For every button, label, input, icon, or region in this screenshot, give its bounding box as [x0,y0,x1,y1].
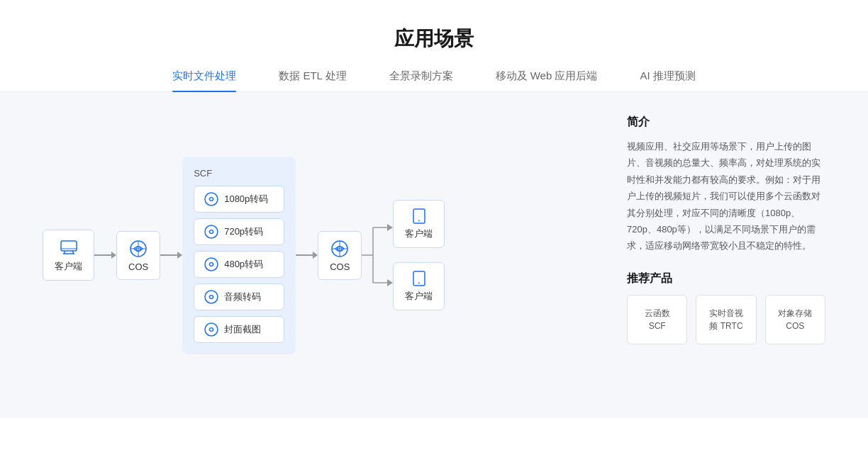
func-icon-2 [204,257,218,271]
client-box: 客户端 [43,230,94,281]
info-panel: 简介 视频应用、社交应用等场景下，用户上传的图片、音视频的总量大、频率高，对处理… [599,115,825,395]
svg-point-11 [205,225,218,238]
svg-point-9 [205,193,218,206]
monitor-icon [59,237,79,257]
cos2-label: COS [330,261,350,272]
content-area: 客户端 COS [0,92,868,418]
svg-marker-26 [387,224,393,231]
cos1-box: COS [116,231,160,280]
scf-items: 1080p转码 720p转码 [194,186,284,343]
scf-item-label-4: 封面截图 [224,323,261,336]
scf-item-label-2: 480p转码 [224,258,263,271]
scf-item-label-0: 1080p转码 [224,193,268,206]
cos1-node: COS [116,231,160,280]
cos2-box: COS [318,231,362,280]
svg-point-15 [205,291,218,303]
svg-rect-0 [61,241,77,251]
svg-point-33 [418,283,420,284]
svg-point-31 [418,220,420,222]
output-client-label-1: 客户端 [405,290,433,303]
cos-icon-2 [330,239,350,259]
product-label-2: 对象存储 COS [774,307,816,332]
svg-point-10 [210,197,213,201]
product-label-0: 云函数 SCF [636,307,678,332]
output-client-label-0: 客户端 [405,227,433,240]
diagram-area: 客户端 COS [43,115,599,395]
func-icon-3 [204,290,218,304]
scf-item-3: 音频转码 [194,283,284,310]
fork-section: 客户端 客户端 [362,200,445,310]
product-label-1: 实时音视频 TRTC [705,307,747,332]
svg-point-12 [210,230,213,233]
svg-marker-29 [387,279,393,286]
svg-point-14 [210,262,213,266]
cos-icon-1 [128,239,148,259]
product-card-0[interactable]: 云函数 SCF [627,295,687,344]
svg-point-16 [210,295,213,298]
tab-etl[interactable]: 数据 ETL 处理 [279,69,346,91]
client-node: 客户端 [43,230,94,281]
client-label: 客户端 [55,260,82,273]
product-card-1[interactable]: 实时音视频 TRTC [696,295,756,344]
tab-ai[interactable]: AI 推理预测 [640,69,695,91]
tablet-icon-0 [411,208,428,225]
output-client-box-1: 客户端 [393,262,445,310]
product-card-2[interactable]: 对象存储 COS [765,295,825,344]
scf-item-0: 1080p转码 [194,186,284,213]
page-title: 应用场景 [0,0,868,69]
arrow-3 [296,252,318,259]
scf-item-label-1: 720p转码 [224,225,263,238]
tabs-bar: 实时文件处理 数据 ETL 处理 全景录制方案 移动及 Web 应用后端 AI … [0,69,868,92]
tablet-icon-1 [411,270,428,287]
func-icon-4 [204,322,218,337]
intro-text: 视频应用、社交应用等场景下，用户上传的图片、音视频的总量大、频率高，对处理系统的… [627,138,825,254]
scf-item-label-3: 音频转码 [224,291,261,303]
output-branches: 客户端 客户端 [393,200,445,310]
scf-label: SCF [194,168,284,179]
intro-title: 简介 [627,115,825,130]
cos2-node: COS [318,231,362,280]
products-title: 推荐产品 [627,271,825,286]
tab-realtime[interactable]: 实时文件处理 [172,69,236,91]
scf-container: SCF 1080p转码 [182,157,296,354]
arrow-1 [94,252,116,259]
svg-point-18 [210,327,213,331]
tab-panorama[interactable]: 全景录制方案 [389,69,453,91]
products-grid: 云函数 SCF 实时音视频 TRTC 对象存储 COS [627,295,825,344]
fork-connector-svg [362,209,393,301]
arrow-2 [160,252,182,259]
branch-0: 客户端 [393,200,445,248]
func-icon-0 [204,192,218,206]
scf-item-4: 封面截图 [194,316,284,343]
branch-1: 客户端 [393,262,445,310]
svg-point-17 [205,323,218,336]
output-client-box-0: 客户端 [393,200,445,248]
tab-mobile[interactable]: 移动及 Web 应用后端 [496,69,598,91]
flow-wrapper: 客户端 COS [43,157,445,354]
scf-item-1: 720p转码 [194,218,284,245]
scf-item-2: 480p转码 [194,251,284,278]
cos1-label: COS [128,261,148,272]
func-icon-1 [204,225,218,239]
svg-point-13 [205,258,218,271]
